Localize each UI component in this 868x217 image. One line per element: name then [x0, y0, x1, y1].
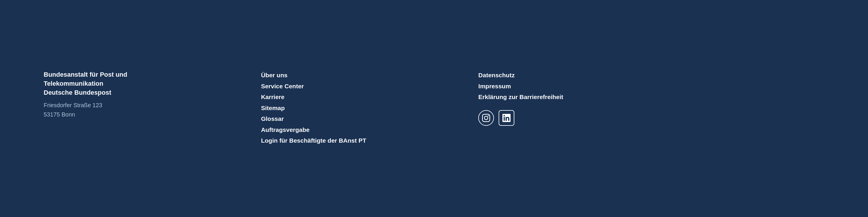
social-icons: [478, 110, 684, 126]
footer-grid: Bundesanstalt für Post und Telekommunika…: [44, 70, 684, 147]
legal-link-impressum[interactable]: Impressum: [478, 81, 684, 91]
nav-link-karriere[interactable]: Karriere: [261, 92, 467, 102]
linkedin-link[interactable]: [499, 110, 514, 126]
nav-link-service-center[interactable]: Service Center: [261, 81, 467, 91]
legal-link-datenschutz[interactable]: Datenschutz: [478, 70, 684, 80]
nav-link-auftragsvergabe[interactable]: Auftragsvergabe: [261, 125, 467, 135]
org-name: Bundesanstalt für Post und Telekommunika…: [44, 70, 249, 97]
footer-col-org: Bundesanstalt für Post und Telekommunika…: [44, 70, 249, 147]
nav-link-uber-uns[interactable]: Über uns: [261, 70, 467, 80]
footer-col-legal: Datenschutz Impressum Erklärung zur Barr…: [478, 70, 684, 147]
linkedin-icon: [502, 114, 510, 122]
footer-col-nav: Über uns Service Center Karriere Sitemap…: [261, 70, 467, 147]
nav-link-glossar[interactable]: Glossar: [261, 114, 467, 124]
instagram-link[interactable]: [478, 110, 494, 126]
footer: Bundesanstalt für Post und Telekommunika…: [0, 53, 868, 164]
org-address: Friesdorfer Straße 123 53175 Bonn: [44, 101, 249, 119]
instagram-icon: [482, 114, 490, 122]
legal-link-barrierefreiheit[interactable]: Erklärung zur Barrierefreiheit: [478, 92, 684, 102]
nav-link-login[interactable]: Login für Beschäftigte der BAnst PT: [261, 136, 467, 146]
nav-link-sitemap[interactable]: Sitemap: [261, 103, 467, 113]
